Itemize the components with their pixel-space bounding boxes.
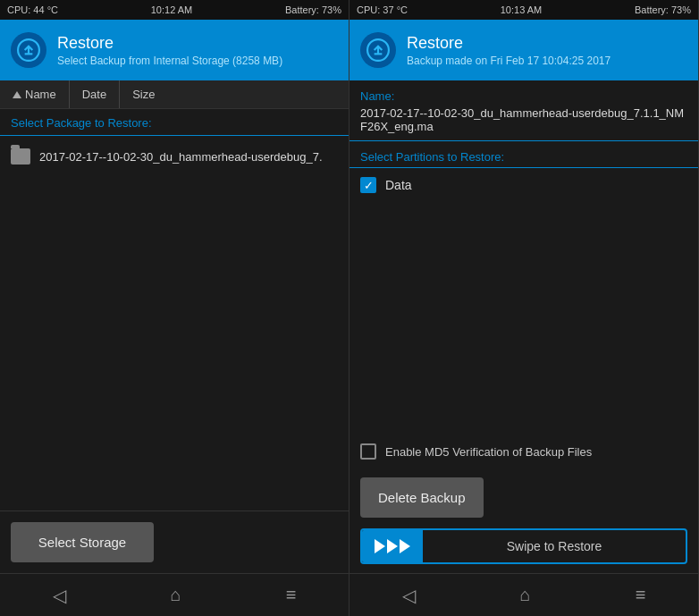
swipe-arrow-2 [387,539,398,553]
data-partition-label: Data [385,178,412,192]
right-header-text: Restore Backup made on Fri Feb 17 10:04:… [407,34,611,67]
right-status-bar: CPU: 37 °C 10:13 AM Battery: 73% [350,0,698,20]
left-app-icon [11,32,46,68]
file-name: 2017-02-17--10-02-30_du_hammerhead-userd… [39,150,323,164]
right-subtitle: Backup made on Fri Feb 17 10:04:25 2017 [407,55,611,67]
partition-data-item[interactable]: Data [350,168,698,202]
left-back-button[interactable]: ◁ [35,578,84,613]
sort-size-label: Size [132,88,155,101]
left-title: Restore [57,34,282,53]
md5-row: Enable MD5 Verification of Backup Files [350,433,698,470]
swipe-arrows-icon [362,530,423,562]
right-content: Data [350,168,698,300]
name-value: 2017-02-17--10-02-30_du_hammerhead-userd… [350,105,698,141]
right-title: Restore [407,34,611,53]
left-subtitle: Select Backup from Internal Storage (825… [57,55,282,67]
left-status-bar: CPU: 44 °C 10:12 AM Battery: 73% [0,0,349,20]
right-panel: CPU: 37 °C 10:13 AM Battery: 73% Restore… [350,0,699,616]
delete-backup-button[interactable]: Delete Backup [360,477,484,518]
right-back-button[interactable]: ◁ [384,578,434,613]
left-header-text: Restore Select Backup from Internal Stor… [57,34,282,67]
left-home-button[interactable]: ⌂ [153,578,199,612]
left-panel: CPU: 44 °C 10:12 AM Battery: 73% Restore… [0,0,350,616]
select-package-label: Select Package to Restore: [0,109,349,136]
list-item[interactable]: 2017-02-17--10-02-30_du_hammerhead-userd… [0,139,349,173]
right-header: Restore Backup made on Fri Feb 17 10:04:… [350,20,698,80]
name-label: Name: [350,80,698,105]
right-cpu-status: CPU: 37 °C [357,4,408,15]
right-menu-button[interactable]: ≡ [618,578,664,612]
left-header: Restore Select Backup from Internal Stor… [0,20,349,80]
left-bottom-bar: Select Storage [0,511,349,573]
left-nav-bar: ◁ ⌂ ≡ [0,573,349,616]
folder-icon [11,148,30,165]
right-time-status: 10:13 AM [501,4,542,15]
sort-bar: Name Date Size [0,80,349,109]
swipe-arrow-1 [375,539,385,553]
swipe-restore-label: Swipe to Restore [423,530,686,562]
left-cpu-status: CPU: 44 °C [7,4,58,15]
left-battery-status: Battery: 73% [285,4,341,15]
swipe-arrow-3 [400,539,410,553]
right-battery-status: Battery: 73% [635,4,691,15]
swipe-restore-bar[interactable]: Swipe to Restore [360,528,687,564]
right-nav-bar: ◁ ⌂ ≡ [350,573,698,616]
select-storage-button[interactable]: Select Storage [11,522,154,562]
sort-arrow-icon [13,91,21,98]
file-list: 2017-02-17--10-02-30_du_hammerhead-userd… [0,136,349,511]
partitions-label: Select Partitions to Restore: [350,141,698,168]
md5-label: Enable MD5 Verification of Backup Files [385,445,592,459]
right-bottom: Delete Backup Swipe to Restore [350,470,698,573]
right-app-icon [360,32,396,68]
left-menu-button[interactable]: ≡ [268,578,315,612]
sort-date-button[interactable]: Date [70,80,120,108]
sort-name-label: Name [25,88,56,101]
data-checkbox[interactable] [360,177,376,193]
right-home-button[interactable]: ⌂ [502,578,549,612]
md5-checkbox[interactable] [360,443,376,460]
sort-name-button[interactable]: Name [0,80,70,108]
sort-date-label: Date [82,88,106,101]
sort-size-button[interactable]: Size [120,80,167,108]
left-time-status: 10:12 AM [151,4,192,15]
